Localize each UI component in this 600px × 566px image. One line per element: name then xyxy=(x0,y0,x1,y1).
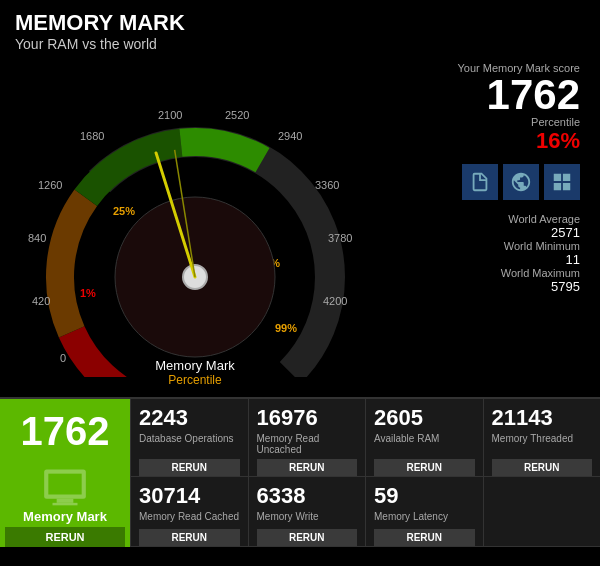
right-panel: Your Memory Mark score 1762 Percentile 1… xyxy=(380,57,590,397)
main-tile-rerun[interactable]: RERUN xyxy=(5,527,125,547)
tile-5-name: Memory Write xyxy=(257,511,358,522)
tile-2-rerun[interactable]: RERUN xyxy=(374,459,475,476)
world-max-value: 5795 xyxy=(390,279,580,294)
main-tile-icon xyxy=(40,457,90,507)
main-content: function polarToCartesian(cx, cy, r, ang… xyxy=(0,57,600,397)
svg-text:1680: 1680 xyxy=(80,130,104,142)
compare-icon xyxy=(551,171,573,193)
bottom-tiles: 1762 Memory Mark RERUN 2243 Database Ope… xyxy=(0,397,600,547)
svg-rect-30 xyxy=(57,498,74,502)
score-value: 1762 xyxy=(390,74,580,116)
world-min-value: 11 xyxy=(390,252,580,267)
tile-4-name: Memory Read Cached xyxy=(139,511,240,522)
tiles-grid: 2243 Database Operations RERUN 16976 Mem… xyxy=(130,399,600,547)
svg-text:2100: 2100 xyxy=(158,109,182,121)
gauge-label-text: Memory Mark xyxy=(155,358,234,373)
tile-5-number: 6338 xyxy=(257,483,358,509)
tile-6-rerun[interactable]: RERUN xyxy=(374,529,475,546)
gauge-container: function polarToCartesian(cx, cy, r, ang… xyxy=(10,57,380,377)
svg-text:1260: 1260 xyxy=(38,179,62,191)
report-icon-button[interactable] xyxy=(462,164,498,200)
tile-3-number: 21143 xyxy=(492,405,593,431)
tile-memory-write: 6338 Memory Write RERUN xyxy=(248,477,366,547)
app-title: MEMORY MARK xyxy=(15,10,585,36)
svg-text:4200: 4200 xyxy=(323,295,347,307)
header: MEMORY MARK Your RAM vs the world xyxy=(0,0,600,57)
gauge-label: Memory Mark Percentile xyxy=(155,358,234,387)
tile-1-number: 16976 xyxy=(257,405,358,431)
gauge-area: function polarToCartesian(cx, cy, r, ang… xyxy=(10,57,380,397)
svg-text:3780: 3780 xyxy=(328,232,352,244)
tile-available-ram: 2605 Available RAM RERUN xyxy=(365,399,483,477)
gauge-label-sub: Percentile xyxy=(155,373,234,387)
score-section: Your Memory Mark score 1762 Percentile 1… xyxy=(390,62,580,154)
percentile-value: 16% xyxy=(390,128,580,154)
svg-text:25%: 25% xyxy=(113,205,135,217)
world-min-label: World Minimum xyxy=(390,240,580,252)
tile-6-name: Memory Latency xyxy=(374,511,475,522)
world-average-label: World Average xyxy=(390,213,580,225)
svg-text:3360: 3360 xyxy=(315,179,339,191)
tile-6-number: 59 xyxy=(374,483,475,509)
tile-2-name: Available RAM xyxy=(374,433,475,444)
svg-text:1%: 1% xyxy=(80,287,96,299)
tile-5-rerun[interactable]: RERUN xyxy=(257,529,358,546)
compare-icon-button[interactable] xyxy=(544,164,580,200)
tile-0-name: Database Operations xyxy=(139,433,240,444)
icons-row xyxy=(390,164,580,200)
tile-0-number: 2243 xyxy=(139,405,240,431)
percentile-label: Percentile xyxy=(390,116,580,128)
main-tile-score: 1762 xyxy=(21,409,110,454)
svg-rect-29 xyxy=(48,473,81,494)
globe-icon-button[interactable] xyxy=(503,164,539,200)
tile-empty xyxy=(483,477,601,547)
tile-1-name: Memory Read Uncached xyxy=(257,433,358,455)
svg-text:420: 420 xyxy=(32,295,50,307)
tile-memory-read-uncached: 16976 Memory Read Uncached RERUN xyxy=(248,399,366,477)
tile-memory-latency: 59 Memory Latency RERUN xyxy=(365,477,483,547)
tile-0-rerun[interactable]: RERUN xyxy=(139,459,240,476)
world-stats: World Average 2571 World Minimum 11 Worl… xyxy=(390,213,580,294)
tile-3-rerun[interactable]: RERUN xyxy=(492,459,593,476)
svg-text:2520: 2520 xyxy=(225,109,249,121)
svg-rect-31 xyxy=(53,502,78,505)
tile-4-rerun[interactable]: RERUN xyxy=(139,529,240,546)
world-average-value: 2571 xyxy=(390,225,580,240)
main-tile-label: Memory Mark xyxy=(23,509,107,524)
tile-4-number: 30714 xyxy=(139,483,240,509)
svg-text:840: 840 xyxy=(28,232,46,244)
globe-icon xyxy=(510,171,532,193)
gauge-svg: function polarToCartesian(cx, cy, r, ang… xyxy=(10,57,380,377)
document-icon xyxy=(469,171,491,193)
svg-text:0: 0 xyxy=(60,352,66,364)
tile-1-rerun[interactable]: RERUN xyxy=(257,459,358,476)
tile-memory-threaded: 21143 Memory Threaded RERUN xyxy=(483,399,601,477)
world-max-label: World Maximum xyxy=(390,267,580,279)
tile-database-ops: 2243 Database Operations RERUN xyxy=(130,399,248,477)
tile-memory-read-cached: 30714 Memory Read Cached RERUN xyxy=(130,477,248,547)
tile-3-name: Memory Threaded xyxy=(492,433,593,444)
app-subtitle: Your RAM vs the world xyxy=(15,36,585,52)
svg-text:99%: 99% xyxy=(275,322,297,334)
main-score-tile: 1762 Memory Mark RERUN xyxy=(0,399,130,547)
svg-text:2940: 2940 xyxy=(278,130,302,142)
tile-2-number: 2605 xyxy=(374,405,475,431)
